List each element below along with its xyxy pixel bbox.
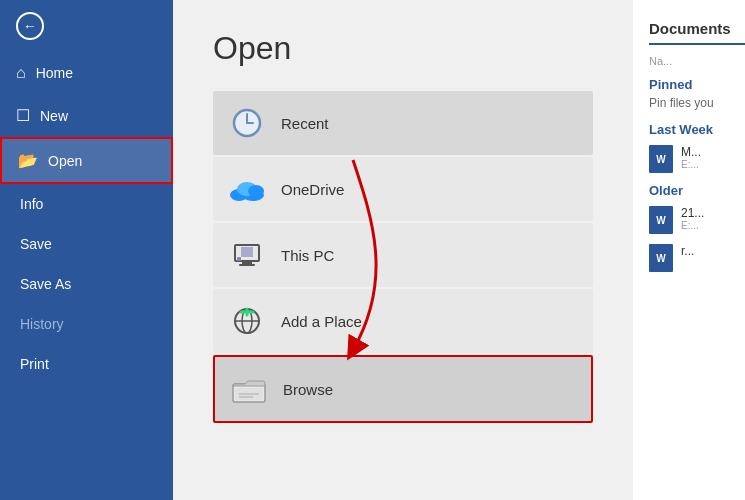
open-option-add-place-label: Add a Place — [281, 313, 362, 330]
doc-info-3: r... — [681, 244, 745, 258]
sidebar-item-history-label: History — [20, 316, 64, 332]
right-panel-title: Documents — [649, 20, 745, 45]
sidebar-item-open[interactable]: 📂 Open — [0, 137, 173, 184]
recent-icon — [229, 105, 265, 141]
doc-name-1: M... — [681, 145, 745, 159]
sidebar-item-open-label: Open — [48, 153, 82, 169]
open-option-onedrive-label: OneDrive — [281, 181, 344, 198]
sidebar: ← ⌂ Home ☐ New 📂 Open Info Save Save As … — [0, 0, 173, 500]
svg-rect-11 — [237, 257, 241, 261]
open-option-onedrive[interactable]: OneDrive — [213, 157, 593, 221]
pinned-section-label: Pinned — [649, 77, 745, 92]
doc-item-1[interactable]: W M... E:... — [649, 145, 745, 173]
open-option-add-place[interactable]: Add a Place — [213, 289, 593, 353]
pinned-description: Pin files you — [649, 96, 745, 110]
back-button[interactable]: ← — [0, 0, 173, 52]
doc-item-3[interactable]: W r... — [649, 244, 745, 272]
sidebar-item-save-label: Save — [20, 236, 52, 252]
page-title: Open — [213, 30, 593, 67]
doc-path-1: E:... — [681, 159, 745, 170]
svg-rect-10 — [239, 264, 255, 266]
sidebar-item-info[interactable]: Info — [0, 184, 173, 224]
svg-point-6 — [248, 185, 264, 197]
doc-path-2: E:... — [681, 220, 745, 231]
right-panel: Documents Na... Pinned Pin files you Las… — [633, 0, 745, 500]
open-option-recent[interactable]: Recent — [213, 91, 593, 155]
open-option-recent-label: Recent — [281, 115, 329, 132]
new-doc-icon: ☐ — [16, 106, 30, 125]
word-doc-icon-3: W — [649, 244, 673, 272]
sidebar-item-print-label: Print — [20, 356, 49, 372]
name-column-header: Na... — [649, 55, 745, 67]
open-option-browse-label: Browse — [283, 381, 333, 398]
svg-rect-9 — [242, 262, 252, 264]
open-option-this-pc[interactable]: This PC — [213, 223, 593, 287]
open-option-browse[interactable]: Browse — [213, 355, 593, 423]
back-icon: ← — [16, 12, 44, 40]
sidebar-item-history[interactable]: History — [0, 304, 173, 344]
sidebar-item-home[interactable]: ⌂ Home — [0, 52, 173, 94]
browse-icon — [231, 371, 267, 407]
svg-rect-8 — [241, 247, 253, 257]
sidebar-item-save-as-label: Save As — [20, 276, 71, 292]
doc-info-2: 21... E:... — [681, 206, 745, 231]
add-place-icon — [229, 303, 265, 339]
open-folder-icon: 📂 — [18, 151, 38, 170]
word-doc-icon-2: W — [649, 206, 673, 234]
sidebar-item-new-label: New — [40, 108, 68, 124]
doc-name-2: 21... — [681, 206, 745, 220]
sidebar-item-info-label: Info — [20, 196, 43, 212]
doc-item-2[interactable]: W 21... E:... — [649, 206, 745, 234]
home-icon: ⌂ — [16, 64, 26, 82]
last-week-section-label: Last Week — [649, 122, 745, 137]
sidebar-item-home-label: Home — [36, 65, 73, 81]
onedrive-icon — [229, 171, 265, 207]
open-option-this-pc-label: This PC — [281, 247, 334, 264]
word-doc-icon-1: W — [649, 145, 673, 173]
older-section-label: Older — [649, 183, 745, 198]
doc-name-3: r... — [681, 244, 745, 258]
this-pc-icon — [229, 237, 265, 273]
sidebar-item-new[interactable]: ☐ New — [0, 94, 173, 137]
main-content: Open Recent OneD — [173, 0, 633, 500]
sidebar-item-save[interactable]: Save — [0, 224, 173, 264]
sidebar-item-save-as[interactable]: Save As — [0, 264, 173, 304]
doc-info-1: M... E:... — [681, 145, 745, 170]
open-options-list: Recent OneDrive — [213, 91, 593, 423]
sidebar-item-print[interactable]: Print — [0, 344, 173, 384]
